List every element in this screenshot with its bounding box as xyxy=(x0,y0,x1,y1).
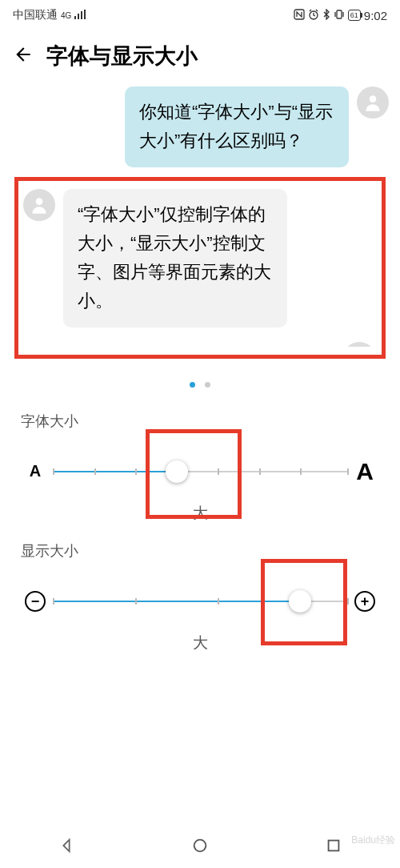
header: 字体与显示大小 xyxy=(0,30,400,86)
slider-thumb[interactable] xyxy=(289,590,311,613)
slider-thumb[interactable] xyxy=(166,460,188,483)
carrier-label: 中国联通 xyxy=(13,8,58,22)
status-bar: 中国联通 4G 61 9:02 xyxy=(0,0,400,30)
signal-icon xyxy=(74,9,87,22)
slider-track[interactable] xyxy=(53,471,347,472)
status-right: 61 9:02 xyxy=(294,9,387,22)
font-size-label: 字体大小 xyxy=(0,412,400,431)
chat-row-in: “字体大小”仅控制字体的大小，“显示大小”控制文字、图片等界面元素的大小。 xyxy=(23,189,377,328)
svg-rect-10 xyxy=(328,841,338,851)
small-a-icon: A xyxy=(21,462,50,480)
avatar-icon xyxy=(357,86,389,119)
svg-point-9 xyxy=(194,840,206,852)
clock-label: 9:02 xyxy=(364,9,387,22)
nav-recent-icon[interactable] xyxy=(325,837,342,858)
svg-rect-2 xyxy=(81,11,82,19)
vibrate-icon xyxy=(334,9,345,22)
page-indicator xyxy=(0,376,400,391)
nav-bar xyxy=(0,826,400,868)
slider-track[interactable] xyxy=(53,601,347,602)
svg-point-8 xyxy=(36,198,43,205)
svg-rect-6 xyxy=(337,10,342,18)
nfc-icon xyxy=(294,9,305,22)
avatar-icon xyxy=(23,189,55,221)
display-size-slider[interactable]: − + xyxy=(0,581,400,621)
dot-active xyxy=(190,382,195,388)
font-size-value: 大 xyxy=(0,503,400,524)
avatar-icon xyxy=(343,342,375,347)
font-size-slider[interactable]: A A xyxy=(0,452,400,492)
dot xyxy=(205,382,210,388)
minus-icon[interactable]: − xyxy=(21,591,50,612)
battery-icon: 61 xyxy=(348,10,361,21)
annotation-highlight-1: “字体大小”仅控制字体的大小，“显示大小”控制文字、图片等界面元素的大小。 xyxy=(14,177,386,359)
big-a-icon: A xyxy=(350,458,379,485)
display-size-value: 大 xyxy=(0,633,400,653)
plus-icon[interactable]: + xyxy=(350,591,379,612)
slider-fill xyxy=(53,471,177,472)
chat-bubble-out: 你知道“字体大小”与“显示大小”有什么区别吗？ xyxy=(125,86,349,167)
network-label: 4G xyxy=(61,11,71,20)
nav-back-icon[interactable] xyxy=(58,837,75,858)
svg-rect-3 xyxy=(84,10,86,19)
watermark: Baidu经验 xyxy=(351,834,395,847)
alarm-icon xyxy=(308,9,319,22)
status-left: 中国联通 4G xyxy=(13,8,87,22)
back-icon[interactable] xyxy=(13,44,34,69)
svg-rect-1 xyxy=(78,14,79,19)
page-title: 字体与显示大小 xyxy=(46,42,198,70)
nav-home-icon[interactable] xyxy=(191,837,209,858)
chat-row-out: 你知道“字体大小”与“显示大小”有什么区别吗？ xyxy=(11,86,389,167)
slider-fill xyxy=(53,601,300,602)
svg-point-7 xyxy=(370,95,377,102)
svg-rect-0 xyxy=(74,16,76,19)
chat-bubble-in: “字体大小”仅控制字体的大小，“显示大小”控制文字、图片等界面元素的大小。 xyxy=(63,189,287,328)
bluetooth-icon xyxy=(322,9,330,22)
preview-area: 你知道“字体大小”与“显示大小”有什么区别吗？ “字体大小”仅控制字体的大小，“… xyxy=(0,86,400,359)
display-size-label: 显示大小 xyxy=(0,541,400,561)
